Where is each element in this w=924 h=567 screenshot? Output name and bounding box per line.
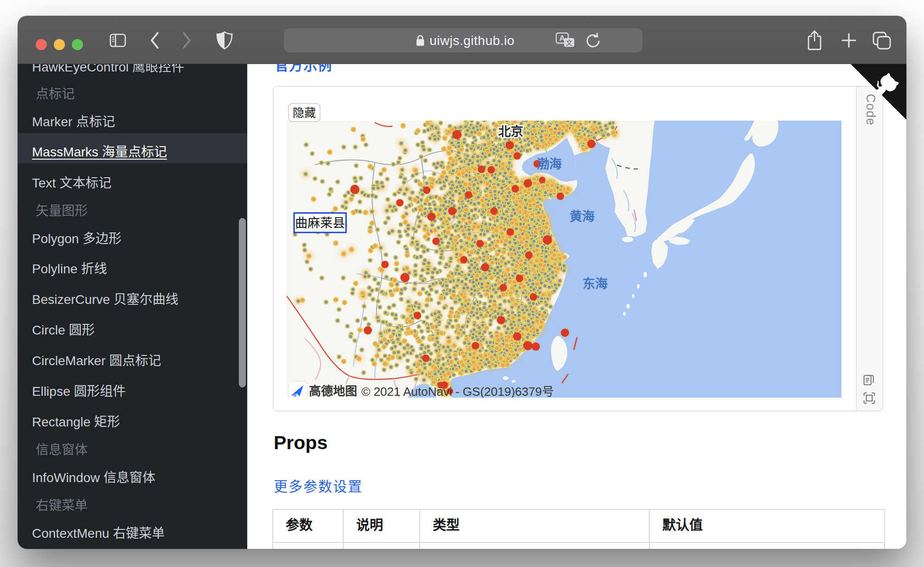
svg-text:高德地图: 高德地图 (309, 384, 357, 398)
svg-text:曲麻莱县: 曲麻莱县 (295, 216, 345, 230)
svg-text:黄海: 黄海 (570, 210, 595, 224)
svg-text:北京: 北京 (498, 124, 523, 139)
svg-text:渤海: 渤海 (537, 157, 562, 171)
svg-text:© 2021 AutoNavi - GS(2019)6379: © 2021 AutoNavi - GS(2019)6379号 (361, 385, 554, 398)
svg-text:文: 文 (566, 39, 572, 46)
svg-text:东海: 东海 (583, 277, 608, 291)
